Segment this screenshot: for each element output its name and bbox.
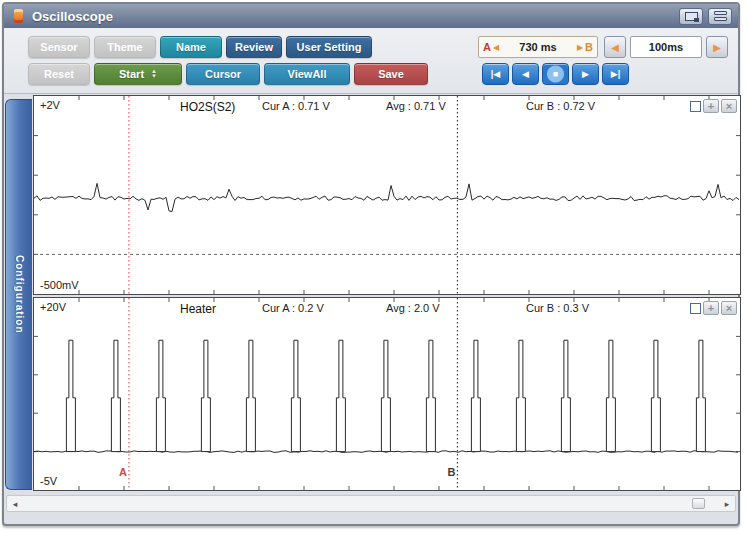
save-button[interactable]: Save bbox=[354, 63, 428, 85]
timebase-increase-button[interactable]: ▶ bbox=[706, 36, 728, 58]
cursor-a-reading: Cur A : 0.2 V bbox=[262, 302, 324, 314]
configuration-tab-label: Configuration bbox=[14, 255, 25, 334]
y-max-label: +20V bbox=[40, 301, 66, 313]
zoom-channel-button[interactable]: + bbox=[703, 99, 719, 113]
cursor-b-reading: Cur B : 0.3 V bbox=[526, 302, 589, 314]
scroll-right-icon[interactable]: ▸ bbox=[721, 499, 733, 509]
close-icon: × bbox=[726, 303, 732, 314]
skip-to-end-button[interactable]: ▶| bbox=[602, 63, 629, 85]
toolbar: Sensor Theme Name Review User Setting Re… bbox=[4, 28, 738, 94]
viewall-button[interactable]: ViewAll bbox=[264, 63, 350, 85]
channel-checkbox[interactable] bbox=[690, 101, 701, 112]
timebase-value: 100ms bbox=[630, 36, 702, 58]
app-icon bbox=[14, 9, 23, 23]
toolbar-row-1: Sensor Theme Name Review User Setting bbox=[28, 36, 372, 58]
channel-checkbox[interactable] bbox=[690, 303, 701, 314]
reset-button[interactable]: Reset bbox=[28, 63, 90, 85]
svg-text:B: B bbox=[447, 466, 455, 478]
titlebar: Oscilloscope bbox=[4, 4, 738, 28]
screen-icon bbox=[685, 12, 698, 21]
stop-button[interactable]: ■ bbox=[542, 63, 569, 85]
right-arrow-icon: ▶ bbox=[713, 42, 721, 53]
skip-back-icon: |◀ bbox=[491, 69, 500, 79]
step-back-button[interactable]: ◀ bbox=[512, 63, 539, 85]
ab-delta-value: 730 ms bbox=[501, 41, 575, 53]
cursor-b-arrow-icon: ▶ bbox=[577, 43, 583, 52]
stop-icon: ■ bbox=[553, 69, 558, 79]
user-setting-button[interactable]: User Setting bbox=[286, 36, 372, 58]
y-max-label: +2V bbox=[40, 99, 60, 111]
average-reading: Avg : 0.71 V bbox=[386, 100, 446, 112]
scroll-left-icon[interactable]: ◂ bbox=[9, 499, 21, 509]
timebase-decrease-button[interactable]: ◀ bbox=[604, 36, 626, 58]
seek-back-icon: ◀ bbox=[522, 69, 529, 79]
tile-windows-button[interactable] bbox=[708, 8, 732, 25]
average-reading: Avg : 2.0 V bbox=[386, 302, 440, 314]
y-min-label: -500mV bbox=[40, 279, 79, 291]
y-min-label: -5V bbox=[40, 475, 57, 487]
close-channel-button[interactable]: × bbox=[721, 301, 737, 315]
tile-icon bbox=[714, 11, 727, 21]
waveform-area-heater[interactable]: AB bbox=[34, 298, 740, 490]
screen-capture-button[interactable] bbox=[679, 8, 703, 25]
start-button-label: Start bbox=[119, 68, 144, 80]
window-title: Oscilloscope bbox=[32, 9, 113, 24]
playback-controls: |◀ ◀ ■ ▶ ▶| bbox=[482, 63, 629, 85]
channel-title: Heater bbox=[180, 302, 216, 316]
start-spinner-icon[interactable]: ▲▼ bbox=[151, 69, 157, 79]
configuration-tab[interactable]: Configuration bbox=[5, 99, 32, 490]
cursor-a-arrow-icon: ◀ bbox=[493, 43, 499, 52]
cursor-a-tag: A bbox=[483, 41, 491, 53]
cursor-a-reading: Cur A : 0.71 V bbox=[262, 100, 330, 112]
cursor-b-tag: B bbox=[585, 41, 593, 53]
plus-icon: + bbox=[708, 303, 714, 314]
scope-panel-heater: AB +20V Heater Cur A : 0.2 V Avg : 2.0 V… bbox=[33, 297, 741, 491]
cursor-b-reading: Cur B : 0.72 V bbox=[526, 100, 595, 112]
close-icon: × bbox=[726, 101, 732, 112]
zoom-channel-button[interactable]: + bbox=[703, 301, 719, 315]
skip-to-start-button[interactable]: |◀ bbox=[482, 63, 509, 85]
left-arrow-icon: ◀ bbox=[611, 42, 619, 53]
toolbar-row-2: Reset Start ▲▼ Cursor ViewAll Save bbox=[28, 63, 428, 85]
theme-button[interactable]: Theme bbox=[94, 36, 156, 58]
plus-icon: + bbox=[708, 101, 714, 112]
oscilloscope-window: Oscilloscope Sensor Theme Name Review Us… bbox=[2, 2, 740, 526]
name-button[interactable]: Name bbox=[160, 36, 222, 58]
play-button[interactable]: ▶ bbox=[572, 63, 599, 85]
scrollbar-track[interactable] bbox=[21, 498, 721, 509]
cursor-ab-range-display: A ◀ 730 ms ▶ B bbox=[478, 36, 598, 58]
play-icon: ▶ bbox=[582, 69, 589, 79]
skip-forward-icon: ▶| bbox=[611, 69, 620, 79]
horizontal-scrollbar[interactable]: ◂ ▸ bbox=[6, 495, 736, 512]
scrollbar-thumb[interactable] bbox=[692, 498, 705, 509]
scope-panel-ho2s: +2V HO2S(S2) Cur A : 0.71 V Avg : 0.71 V… bbox=[33, 95, 741, 295]
sensor-button[interactable]: Sensor bbox=[28, 36, 90, 58]
cursor-button[interactable]: Cursor bbox=[186, 63, 260, 85]
waveform-area-ho2s[interactable] bbox=[34, 96, 740, 294]
channel-title: HO2S(S2) bbox=[180, 100, 235, 114]
start-button[interactable]: Start ▲▼ bbox=[94, 63, 182, 85]
svg-text:A: A bbox=[119, 466, 127, 478]
review-button[interactable]: Review bbox=[226, 36, 282, 58]
close-channel-button[interactable]: × bbox=[721, 99, 737, 113]
